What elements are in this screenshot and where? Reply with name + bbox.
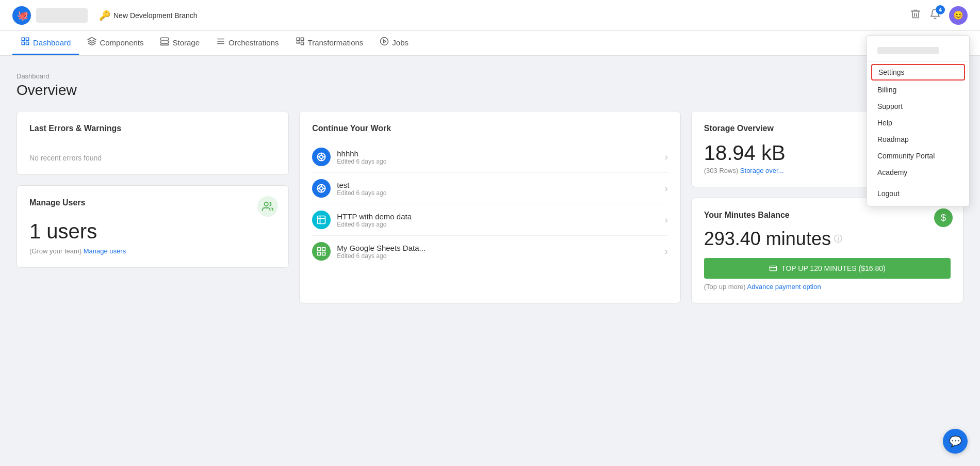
svg-marker-6 [88,37,96,41]
nav-item-components[interactable]: Components [79,31,152,55]
user-dropdown-menu: Settings Billing Support Help Roadmap Co… [867,35,970,206]
work-name-test: test [337,181,659,189]
dropdown-item-support[interactable]: Support [867,98,969,115]
advance-payment-link[interactable]: Advance payment option [747,283,821,291]
svg-rect-39 [770,266,776,270]
nav-item-transformations[interactable]: Transformations [287,31,372,55]
nav-item-dashboard[interactable]: Dashboard [12,31,79,55]
work-time-sheets: Edited 6 days ago [337,252,659,260]
nav-jobs-label: Jobs [392,38,409,47]
breadcrumb: Dashboard [17,72,963,80]
dropdown-item-settings[interactable]: Settings [871,64,965,81]
users-card-title: Manage Users [29,198,276,207]
dropdown-item-community[interactable]: Community Portal [867,148,969,164]
work-icon-test [312,179,331,198]
svg-rect-35 [318,248,321,251]
dashboard-icon [21,37,30,49]
minutes-value: 293.40 minutes [704,228,831,250]
branch-badge: 🔑 New Development Branch [99,10,198,21]
octopus-logo-icon: 🐙 [12,6,31,25]
grow-team-text: (Grow your team) [29,247,81,255]
topup-button[interactable]: TOP UP 120 MINUTES ($16.80) [704,258,951,279]
orchestrations-icon [216,37,225,49]
svg-rect-36 [322,248,325,251]
chevron-right-icon-hhhhh: › [665,152,668,163]
storage-icon [160,37,169,49]
svg-rect-2 [22,38,24,40]
topup-button-label: TOP UP 120 MINUTES ($16.80) [781,264,886,272]
users-count: 1 users [29,220,276,243]
svg-rect-5 [22,42,24,44]
users-card: Manage Users 1 users (Grow your team) Ma… [17,185,289,268]
cards-grid: Last Errors & Warnings No recent errors … [17,111,963,303]
manage-users-icon-button[interactable] [257,196,278,217]
chevron-right-icon-test: › [665,183,668,194]
nav-item-jobs[interactable]: Jobs [371,31,417,55]
manage-users-link[interactable]: Manage users [84,247,126,255]
user-email-placeholder [877,47,939,54]
work-icon-hhhhh [312,148,331,166]
storage-overview-link[interactable]: Storage over... [740,167,784,174]
avatar-initial: 😊 [953,10,963,20]
notifications-button[interactable]: 4 [929,8,941,22]
work-card: Continue Your Work hhh [299,111,681,303]
work-item-http[interactable]: HTTP with demo data Edited 6 days ago › [312,204,668,236]
work-item-hhhhh[interactable]: hhhhh Edited 6 days ago › [312,141,668,173]
svg-rect-38 [322,252,325,255]
svg-rect-15 [297,42,299,43]
work-time-http: Edited 6 days ago [337,221,659,228]
svg-rect-9 [161,44,169,45]
branch-icon: 🔑 [99,10,110,21]
svg-rect-16 [301,42,303,44]
nav-item-orchestrations[interactable]: Orchestrations [208,31,287,55]
nav-transformations-label: Transformations [308,38,364,47]
svg-point-27 [320,187,323,190]
advance-link-area: (Top up more) Advance payment option [704,283,951,291]
main-content: Dashboard Overview Last Errors & Warning… [0,56,980,320]
work-time-hhhhh: Edited 6 days ago [337,158,659,165]
branch-label: New Development Branch [113,11,198,20]
errors-card: Last Errors & Warnings No recent errors … [17,111,289,175]
header-right: 4 😊 [910,6,968,25]
nav-components-label: Components [100,38,143,47]
dollar-icon-button[interactable]: $ [934,208,953,227]
info-icon: ⓘ [834,234,842,245]
work-item-sheets[interactable]: My Google Sheets Data... Edited 6 days a… [312,236,668,267]
trash-button[interactable] [910,8,921,22]
dropdown-item-help[interactable]: Help [867,115,969,131]
svg-point-21 [320,155,323,159]
work-info-hhhhh: hhhhh Edited 6 days ago [337,149,659,165]
dropdown-item-roadmap[interactable]: Roadmap [867,131,969,148]
components-icon [87,37,96,49]
svg-rect-37 [318,252,321,255]
svg-rect-7 [161,38,169,40]
svg-text:🐙: 🐙 [17,10,29,21]
svg-rect-14 [301,38,303,40]
work-item-test[interactable]: test Edited 6 days ago › [312,173,668,204]
minutes-card-title: Your Minutes Balance [704,211,951,220]
svg-rect-32 [318,216,325,224]
nav-item-storage[interactable]: Storage [152,31,208,55]
svg-rect-3 [26,38,29,40]
dropdown-header [867,40,969,62]
dropdown-item-logout[interactable]: Logout [867,185,969,202]
dropdown-divider [867,183,969,183]
credit-card-icon [769,264,777,272]
project-name [36,8,88,23]
no-errors-text: No recent errors found [29,154,276,162]
minutes-card: Your Minutes Balance $ 293.40 minutes ⓘ … [691,198,963,303]
dropdown-item-academy[interactable]: Academy [867,164,969,181]
users-subtitle: (Grow your team) Manage users [29,247,276,255]
work-icon-sheets [312,242,331,261]
chevron-right-icon-http: › [665,215,668,226]
work-info-sheets: My Google Sheets Data... Edited 6 days a… [337,244,659,260]
svg-marker-18 [384,40,386,43]
nav-dashboard-label: Dashboard [33,38,71,47]
dropdown-item-billing[interactable]: Billing [867,82,969,98]
nav-storage-label: Storage [172,38,200,47]
work-icon-http [312,211,331,229]
transformations-icon [296,37,305,49]
work-name-sheets: My Google Sheets Data... [337,244,659,252]
notification-badge: 4 [936,5,945,14]
user-avatar[interactable]: 😊 [949,6,968,25]
